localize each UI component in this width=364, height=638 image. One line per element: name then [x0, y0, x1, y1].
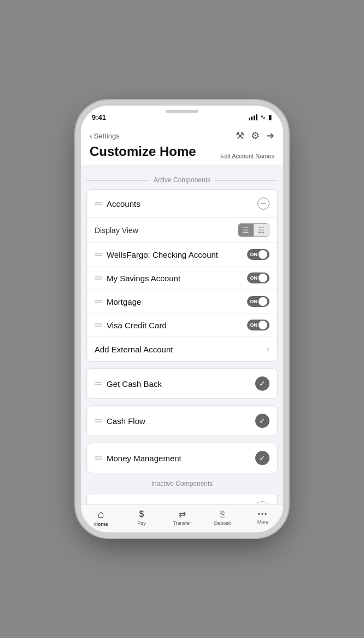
account-row-savings: My Savings Account ON [87, 266, 277, 290]
tab-deposit[interactable]: ⎘ Deposit [202, 509, 243, 526]
header-icons: ⚒ ⚙ ➔ [236, 130, 274, 142]
savings-toggle[interactable]: ON [247, 272, 270, 283]
cashflow-label: Cash Flow [107, 416, 255, 426]
accounts-card: Accounts − Display View ☰ ☷ [86, 189, 278, 362]
speaker-notch [166, 110, 198, 113]
mortgage-toggle[interactable]: ON [247, 296, 270, 307]
back-chevron-icon: ‹ [90, 131, 92, 140]
wellsfargo-toggle[interactable]: ON [247, 249, 270, 260]
scroll-content: Active Components Accounts − Display Vie… [81, 165, 283, 504]
add-external-label: Add External Account [95, 345, 267, 354]
home-tab-label: Home [94, 521, 108, 527]
account-row-wellsfargo: WellsFargo: Checking Account ON [87, 243, 277, 266]
tab-home[interactable]: ⌂ Home [81, 508, 121, 527]
money-mgmt-check-button[interactable]: ✓ [255, 451, 269, 465]
accounts-drag-handle [95, 202, 102, 205]
status-icons: ∿ ▮ [249, 113, 273, 121]
pay-icon: $ [139, 509, 144, 519]
cashflow-drag-handle [95, 419, 102, 422]
wellsfargo-drag-handle [95, 253, 102, 256]
get-cash-back-card: Get Cash Back ✓ [86, 368, 278, 399]
inactive-section-label: Inactive Components [86, 480, 278, 488]
get-cash-back-row: Get Cash Back ✓ [87, 369, 277, 398]
cash-flow-card: Cash Flow ✓ [86, 405, 278, 436]
list-view-button[interactable]: ☰ [238, 224, 254, 236]
back-label: Settings [94, 132, 120, 140]
add-external-account-row[interactable]: Add External Account › [87, 337, 277, 361]
monthly-spending-budget-card: Monthly Spending Budget [86, 493, 278, 504]
display-view-row: Display View ☰ ☷ [87, 218, 277, 243]
cashback-label: Get Cash Back [107, 379, 255, 388]
status-bar: 9:41 ∿ ▮ [81, 106, 283, 125]
settings-icon[interactable]: ⚙ [251, 130, 260, 142]
wellsfargo-label: WellsFargo: Checking Account [107, 250, 247, 259]
money-management-row: Money Management ✓ [87, 443, 277, 473]
home-icon: ⌂ [98, 508, 104, 520]
screen: ‹ Settings ⚒ ⚙ ➔ Customize Home Edit Acc… [81, 125, 283, 532]
accounts-header-row: Accounts − [87, 190, 277, 218]
money-management-label: Money Management [107, 454, 255, 463]
view-toggle[interactable]: ☰ ☷ [238, 223, 269, 237]
transfer-tab-label: Transfer [173, 520, 191, 526]
mortgage-label: Mortgage [107, 297, 247, 306]
back-button[interactable]: ‹ Settings [90, 131, 120, 140]
money-management-card: Money Management ✓ [86, 443, 278, 473]
header-bar: ‹ Settings ⚒ ⚙ ➔ Customize Home Edit Acc… [81, 125, 283, 165]
tab-transfer[interactable]: ⇄ Transfer [162, 509, 202, 526]
signal-icon [249, 114, 258, 120]
account-row-mortgage: Mortgage ON [87, 290, 277, 314]
visa-label: Visa Credit Card [107, 321, 247, 330]
deposit-tab-label: Deposit [214, 520, 231, 526]
logout-icon[interactable]: ➔ [266, 130, 274, 142]
account-row-visa: Visa Credit Card ON [87, 314, 277, 337]
title-row: Customize Home Edit Account Names [90, 144, 274, 159]
savings-drag-handle [95, 276, 102, 280]
phone-shell: 9:41 ∿ ▮ ‹ Settings ⚒ ⚙ [81, 106, 283, 532]
transfer-icon: ⇄ [179, 509, 186, 519]
more-icon: ••• [258, 511, 268, 518]
status-time: 9:41 [92, 113, 106, 121]
more-tab-label: More [257, 519, 269, 525]
cashflow-check-button[interactable]: ✓ [255, 414, 269, 428]
deposit-icon: ⎘ [220, 509, 225, 519]
mortgage-drag-handle [95, 300, 102, 303]
nav-row: ‹ Settings ⚒ ⚙ ➔ [90, 130, 274, 142]
accounts-minus-button[interactable]: − [257, 198, 269, 210]
display-view-label: Display View [95, 226, 238, 235]
active-section-label: Active Components [86, 176, 278, 184]
page-title: Customize Home [90, 144, 196, 159]
visa-drag-handle [95, 323, 102, 327]
grid-view-button[interactable]: ☷ [254, 224, 269, 236]
battery-icon: ▮ [268, 113, 272, 121]
savings-label: My Savings Account [107, 274, 247, 283]
tab-more[interactable]: ••• More [243, 511, 283, 525]
cashback-check-button[interactable]: ✓ [255, 376, 269, 391]
money-mgmt-drag-handle [95, 456, 102, 460]
wifi-icon: ∿ [260, 113, 266, 121]
cashback-drag-handle [95, 382, 102, 385]
cash-flow-row: Cash Flow ✓ [87, 406, 277, 436]
bottom-tab-bar: ⌂ Home $ Pay ⇄ Transfer ⎘ Deposit ••• Mo… [81, 504, 283, 532]
accounts-label: Accounts [107, 199, 257, 208]
chevron-right-icon: › [267, 344, 269, 354]
visa-toggle[interactable]: ON [247, 320, 270, 330]
pay-tab-label: Pay [137, 520, 146, 526]
edit-account-names-link[interactable]: Edit Account Names [220, 153, 274, 159]
notification-icon[interactable]: ⚒ [236, 130, 244, 142]
tab-pay[interactable]: $ Pay [121, 509, 162, 526]
monthly-spending-row: Monthly Spending Budget [87, 494, 277, 504]
